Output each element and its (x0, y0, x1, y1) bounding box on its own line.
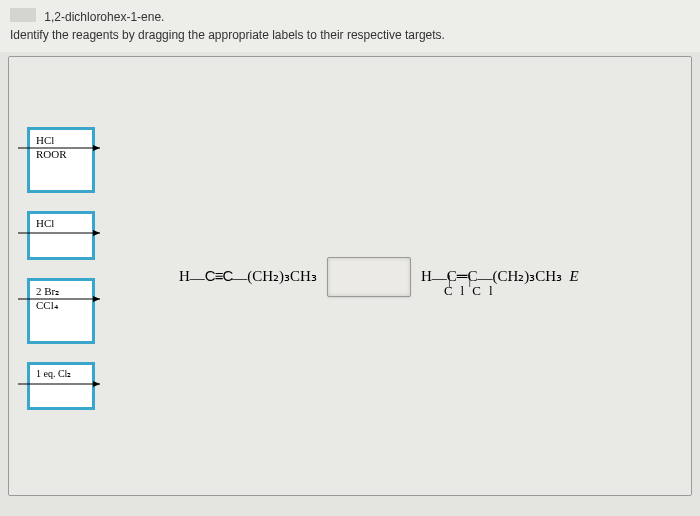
reagent-palette: HCl ROOR HCl 2 Br₂ CCl₄ (27, 127, 107, 428)
question-header: 1,2-dichlorohex-1-ene. Identify the reag… (0, 0, 700, 52)
arrow-icon (18, 294, 108, 304)
product-formula: H—C═C—(CH₂)₃CH₃ E || ClCl (421, 267, 579, 286)
question-number-box (10, 8, 36, 22)
instruction-text: Identify the reagents by dragging the ap… (10, 28, 445, 42)
svg-marker-5 (93, 296, 100, 302)
arrow-icon (18, 143, 108, 153)
cl-substituents: ClCl (444, 283, 501, 299)
compound-name: 1,2-dichlorohex-1-ene. (44, 10, 164, 24)
svg-marker-3 (93, 230, 100, 236)
reagent-drop-target[interactable] (327, 257, 411, 297)
reaction-scheme: H—C≡C—(CH₂)₃CH₃ H—C═C—(CH₂)₃CH₃ E || ClC… (179, 257, 691, 297)
reagent-tile-hcl-roor[interactable]: HCl ROOR (27, 127, 95, 193)
main-panel: HCl ROOR HCl 2 Br₂ CCl₄ (8, 56, 692, 496)
svg-marker-7 (93, 381, 100, 387)
reagent-tile-2br2-ccl4[interactable]: 2 Br₂ CCl₄ (27, 278, 95, 344)
reagent-tile-1eq-cl2[interactable]: 1 eq. Cl₂ (27, 362, 95, 411)
reagent-tile-hcl[interactable]: HCl (27, 211, 95, 261)
svg-marker-1 (93, 145, 100, 151)
reactant-formula: H—C≡C—(CH₂)₃CH₃ (179, 267, 317, 286)
